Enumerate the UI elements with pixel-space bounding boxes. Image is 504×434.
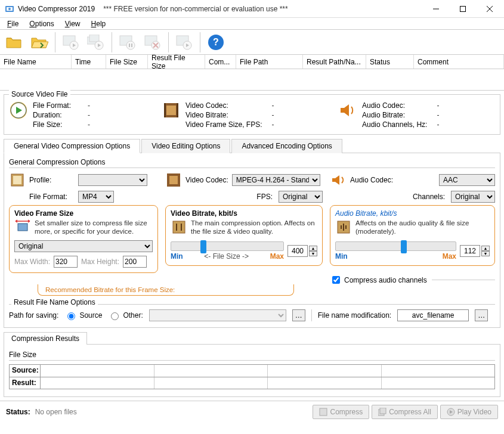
path-label: Path for saving:: [9, 311, 58, 320]
val-vcodec: -: [272, 101, 274, 110]
maxh-input[interactable]: [123, 256, 147, 268]
results-tab[interactable]: Compression Results: [4, 332, 87, 345]
browse-path-button[interactable]: …: [292, 309, 305, 321]
col-resultpath[interactable]: Result Path/Na...: [303, 55, 366, 69]
fps-select[interactable]: Original: [279, 191, 323, 203]
menu-options[interactable]: Options: [24, 18, 58, 29]
source-legend: Source Video File: [9, 90, 70, 98]
recommended-bitrate: Recommended Bitrate for this Frame Size:: [38, 284, 294, 296]
play-all-button[interactable]: [85, 32, 107, 53]
audio-title: Audio Bitrate, kbit/s: [335, 209, 490, 218]
compress-button[interactable]: Compress: [313, 405, 369, 419]
col-time[interactable]: Time: [72, 55, 106, 69]
col-filepath[interactable]: File Path: [236, 55, 303, 69]
svg-rect-15: [131, 44, 132, 47]
media-file-icon: [9, 101, 28, 120]
svg-rect-4: [460, 6, 465, 11]
audio-bitrate-input[interactable]: [460, 245, 480, 257]
maxw-input[interactable]: [54, 256, 78, 268]
results-section: Compression Results File Size Source: Re…: [4, 331, 500, 397]
result-filename-options: Result File Name Options Path for saving…: [9, 300, 495, 323]
col-filesize[interactable]: File Size: [106, 55, 148, 69]
resize-icon: [14, 219, 31, 235]
play-button[interactable]: [60, 32, 82, 53]
svg-rect-14: [129, 44, 130, 47]
tab-editing[interactable]: Video Editing Options: [141, 139, 230, 153]
svg-rect-27: [177, 103, 178, 117]
stop-button[interactable]: [142, 32, 163, 53]
minimize-button[interactable]: [422, 0, 449, 18]
fileformat-select[interactable]: MP4: [78, 191, 114, 203]
acodec-label: Audio Codec:: [350, 176, 393, 184]
video-bitrate-box: Video Bitrate, kbit/s The main compressi…: [165, 205, 323, 266]
compress-audio-checkbox[interactable]: [332, 276, 340, 284]
frame-title: Video Frame Size: [14, 209, 153, 218]
speaker-small-icon: [330, 172, 347, 188]
compress-all-button[interactable]: Compress All: [372, 405, 438, 419]
pause-button[interactable]: [117, 32, 138, 53]
svg-rect-29: [13, 176, 21, 184]
maxw-label: Max Width:: [14, 258, 50, 266]
menu-view[interactable]: View: [60, 18, 85, 29]
menu-bar: File Options View Help: [0, 18, 504, 30]
audio-up[interactable]: ▲: [481, 246, 490, 251]
svg-rect-33: [173, 221, 185, 233]
video-bitrate-slider[interactable]: [171, 241, 284, 251]
menu-file[interactable]: File: [2, 18, 23, 29]
svg-rect-10: [89, 35, 99, 42]
audio-max: Max: [443, 252, 456, 261]
svg-point-2: [8, 8, 11, 10]
status-label: Status:: [6, 408, 30, 416]
video-bitrate-input[interactable]: [287, 245, 308, 257]
menu-help[interactable]: Help: [86, 18, 111, 29]
tab-advanced[interactable]: Advanced Encoding Options: [231, 139, 342, 153]
col-resultsize[interactable]: Result File Size: [148, 55, 205, 69]
profile-select[interactable]: [78, 174, 147, 186]
audio-bitrate-slider[interactable]: [335, 241, 456, 251]
file-table-body[interactable]: [0, 69, 504, 91]
col-comment[interactable]: Comment: [414, 55, 504, 69]
fnm-input[interactable]: [397, 309, 469, 321]
path-other-select[interactable]: [149, 309, 286, 321]
preview-button[interactable]: [174, 32, 195, 53]
val-fileformat: -: [88, 101, 90, 110]
maximize-button[interactable]: [449, 0, 476, 18]
bitrate-hint: The main compression option. Affects on …: [191, 219, 317, 235]
col-filename[interactable]: File Name: [0, 55, 72, 69]
play-video-button[interactable]: Play Video: [440, 405, 498, 419]
frame-size-select[interactable]: Original: [14, 240, 153, 252]
file-table-header: File Name Time File Size Result File Siz…: [0, 55, 504, 69]
close-button[interactable]: [476, 0, 503, 18]
fnm-options-button[interactable]: …: [475, 309, 488, 321]
val-achannels: -: [437, 120, 439, 129]
bitrate-max: Max: [270, 252, 284, 261]
acodec-select[interactable]: AAC: [439, 174, 495, 186]
frame-size-box: Video Frame Size Set smaller size to com…: [9, 205, 158, 273]
col-compression[interactable]: Com...: [205, 55, 236, 69]
path-source-label: Source: [79, 311, 102, 320]
open-folder-button[interactable]: [29, 32, 50, 53]
svg-rect-32: [169, 176, 178, 184]
tab-general[interactable]: General Video Compression Options: [4, 139, 140, 153]
path-other-radio[interactable]: [111, 312, 119, 320]
results-source-label: Source:: [10, 365, 41, 377]
val-vframe: -: [272, 120, 274, 129]
open-file-button[interactable]: [4, 32, 25, 53]
val-duration: -: [88, 110, 90, 120]
gco-group-label: General Compression Options: [9, 158, 495, 166]
lbl-vbitrate: Video Bitrate:: [185, 110, 262, 120]
path-source-radio[interactable]: [67, 312, 75, 320]
profile-icon: [9, 172, 26, 188]
bitrate-down[interactable]: ▼: [309, 251, 317, 256]
bitrate-mid: <- File Size ->: [204, 252, 249, 261]
vcodec-select[interactable]: MPEG-4 H.264 - Standar: [232, 174, 320, 186]
bitrate-up[interactable]: ▲: [309, 246, 317, 251]
help-button[interactable]: ?: [205, 32, 227, 53]
lbl-duration: Duration:: [33, 110, 71, 120]
svg-rect-25: [166, 106, 176, 115]
col-status[interactable]: Status: [366, 55, 414, 69]
val-filesize: -: [88, 120, 90, 129]
channels-select[interactable]: Original: [451, 191, 495, 203]
fileformat-label: File Format:: [29, 193, 75, 201]
audio-down[interactable]: ▼: [481, 251, 490, 256]
